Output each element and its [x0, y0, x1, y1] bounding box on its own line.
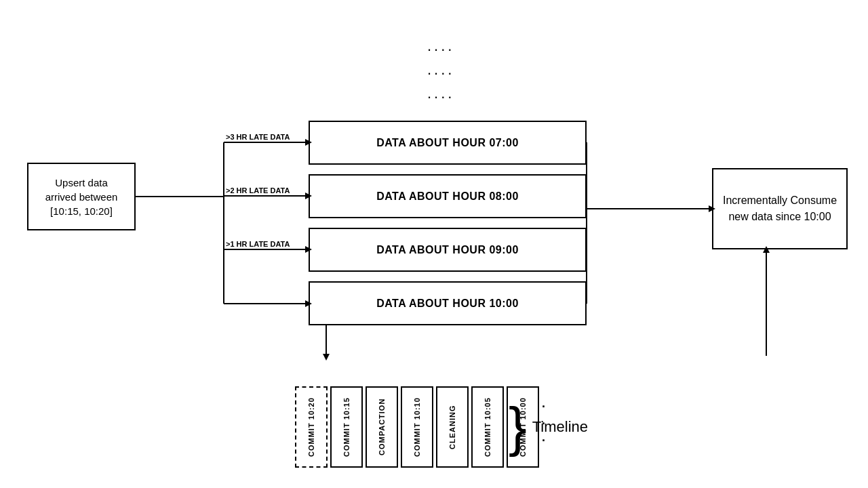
consume-line1: Incrementally Consume: [723, 195, 837, 206]
upsert-line1: Upsert data: [55, 177, 108, 188]
dots-1: ....: [427, 37, 454, 55]
arrow-label-07: >3 HR LATE DATA: [226, 133, 290, 141]
arrow-label-09: >1 HR LATE DATA: [226, 240, 290, 248]
data-box-10: DATA ABOUT HOUR 10:00: [309, 281, 587, 325]
data-box-09: DATA ABOUT HOUR 09:00: [309, 228, 587, 272]
timeline-section: COMMIT 10:20 COMMIT 10:15 COMPACTION COM…: [295, 386, 545, 468]
svg-marker-14: [323, 354, 330, 361]
upsert-line2: arrived between: [45, 191, 118, 203]
consume-box: Incrementally Consume new data since 10:…: [712, 168, 848, 249]
timeline-commit-1010: COMMIT 10:10: [401, 386, 433, 468]
diagram: .... .... .... Upsert data arrived betwe…: [0, 0, 868, 488]
timeline-cleaning: CLEANING: [436, 386, 469, 468]
dots-3: ....: [427, 85, 454, 102]
upsert-box: Upsert data arrived between [10:15, 10:2…: [27, 163, 136, 230]
timeline-label: Timeline: [532, 418, 588, 436]
timeline-label-group: } Timeline: [509, 386, 588, 468]
arrow-label-08: >2 HR LATE DATA: [226, 186, 290, 195]
timeline-commit-1020: COMMIT 10:20: [295, 386, 328, 468]
data-box-08: DATA ABOUT HOUR 08:00: [309, 174, 587, 218]
timeline-brace: }: [509, 400, 527, 454]
timeline-compaction: COMPACTION: [366, 386, 398, 468]
dots-2: ....: [427, 61, 454, 79]
timeline-commit-1005: COMMIT 10:05: [471, 386, 504, 468]
upsert-line3: [10:15, 10:20]: [50, 205, 113, 217]
consume-line2: new data since 10:00: [728, 211, 831, 222]
timeline-commit-1015: COMMIT 10:15: [330, 386, 363, 468]
data-box-07: DATA ABOUT HOUR 07:00: [309, 121, 587, 165]
